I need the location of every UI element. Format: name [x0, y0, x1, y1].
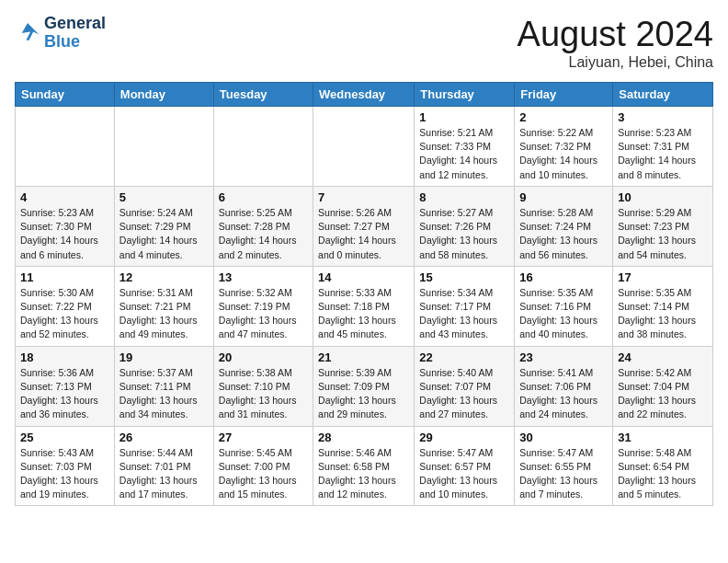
weekday-header-monday: Monday [114, 83, 213, 107]
day-number: 9 [519, 190, 608, 204]
day-number: 18 [20, 350, 109, 364]
day-info: Sunrise: 5:30 AMSunset: 7:22 PMDaylight:… [20, 286, 109, 342]
week-row-1: 1Sunrise: 5:21 AMSunset: 7:33 PMDaylight… [16, 107, 713, 187]
calendar-table: SundayMondayTuesdayWednesdayThursdayFrid… [15, 82, 713, 506]
weekday-header-saturday: Saturday [613, 83, 713, 107]
day-cell-23: 23Sunrise: 5:41 AMSunset: 7:06 PMDayligh… [515, 346, 613, 426]
day-cell-4: 4Sunrise: 5:23 AMSunset: 7:30 PMDaylight… [16, 186, 115, 266]
day-cell-29: 29Sunrise: 5:47 AMSunset: 6:57 PMDayligh… [415, 426, 515, 506]
day-cell-6: 6Sunrise: 5:25 AMSunset: 7:28 PMDaylight… [213, 186, 313, 266]
day-number: 30 [519, 431, 608, 444]
day-cell-5: 5Sunrise: 5:24 AMSunset: 7:29 PMDaylight… [114, 186, 213, 266]
title-area: August 2024 Laiyuan, Hebei, China [518, 15, 713, 71]
day-cell-1: 1Sunrise: 5:21 AMSunset: 7:33 PMDaylight… [415, 107, 515, 187]
day-info: Sunrise: 5:43 AMSunset: 7:03 PMDaylight:… [20, 446, 109, 502]
day-cell-empty-2 [213, 107, 313, 187]
day-cell-26: 26Sunrise: 5:44 AMSunset: 7:01 PMDayligh… [114, 426, 213, 506]
week-row-5: 25Sunrise: 5:43 AMSunset: 7:03 PMDayligh… [16, 426, 713, 506]
logo-icon [15, 20, 40, 46]
day-info: Sunrise: 5:42 AMSunset: 7:04 PMDaylight:… [618, 366, 708, 422]
day-info: Sunrise: 5:25 AMSunset: 7:28 PMDaylight:… [219, 206, 308, 262]
day-cell-14: 14Sunrise: 5:33 AMSunset: 7:18 PMDayligh… [313, 266, 415, 346]
day-number: 4 [20, 190, 109, 204]
day-info: Sunrise: 5:36 AMSunset: 7:13 PMDaylight:… [20, 366, 109, 422]
day-info: Sunrise: 5:46 AMSunset: 6:58 PMDaylight:… [318, 446, 409, 502]
logo-text: General Blue [44, 15, 106, 52]
day-cell-2: 2Sunrise: 5:22 AMSunset: 7:32 PMDaylight… [515, 107, 613, 187]
day-cell-22: 22Sunrise: 5:40 AMSunset: 7:07 PMDayligh… [415, 346, 515, 426]
weekday-header-sunday: Sunday [16, 83, 115, 107]
day-info: Sunrise: 5:45 AMSunset: 7:00 PMDaylight:… [219, 446, 308, 502]
day-info: Sunrise: 5:35 AMSunset: 7:14 PMDaylight:… [618, 286, 708, 342]
day-cell-12: 12Sunrise: 5:31 AMSunset: 7:21 PMDayligh… [114, 266, 213, 346]
day-number: 13 [219, 270, 308, 284]
day-number: 22 [419, 350, 509, 364]
day-number: 6 [219, 190, 308, 204]
day-number: 5 [119, 190, 209, 204]
day-number: 20 [219, 350, 308, 364]
day-number: 1 [419, 110, 509, 124]
day-number: 25 [20, 431, 109, 444]
day-cell-7: 7Sunrise: 5:26 AMSunset: 7:27 PMDaylight… [313, 186, 415, 266]
day-number: 7 [318, 190, 409, 204]
day-number: 21 [318, 350, 409, 364]
day-info: Sunrise: 5:35 AMSunset: 7:16 PMDaylight:… [519, 286, 608, 342]
day-cell-15: 15Sunrise: 5:34 AMSunset: 7:17 PMDayligh… [415, 266, 515, 346]
weekday-header-wednesday: Wednesday [313, 83, 415, 107]
day-number: 14 [318, 270, 409, 284]
weekday-header-friday: Friday [515, 83, 613, 107]
month-title: August 2024 [518, 15, 713, 54]
day-cell-31: 31Sunrise: 5:48 AMSunset: 6:54 PMDayligh… [613, 426, 713, 506]
day-cell-empty-0 [16, 107, 115, 187]
weekday-header-row: SundayMondayTuesdayWednesdayThursdayFrid… [16, 83, 713, 107]
page-header: General Blue August 2024 Laiyuan, Hebei,… [15, 15, 713, 71]
day-number: 23 [519, 350, 608, 364]
day-number: 17 [618, 270, 708, 284]
day-info: Sunrise: 5:28 AMSunset: 7:24 PMDaylight:… [519, 206, 608, 262]
day-info: Sunrise: 5:27 AMSunset: 7:26 PMDaylight:… [419, 206, 509, 262]
day-cell-13: 13Sunrise: 5:32 AMSunset: 7:19 PMDayligh… [213, 266, 313, 346]
day-number: 12 [119, 270, 209, 284]
day-info: Sunrise: 5:31 AMSunset: 7:21 PMDaylight:… [119, 286, 209, 342]
day-info: Sunrise: 5:47 AMSunset: 6:57 PMDaylight:… [419, 446, 509, 502]
day-info: Sunrise: 5:21 AMSunset: 7:33 PMDaylight:… [419, 126, 509, 182]
day-info: Sunrise: 5:38 AMSunset: 7:10 PMDaylight:… [219, 366, 308, 422]
day-number: 16 [519, 270, 608, 284]
day-cell-24: 24Sunrise: 5:42 AMSunset: 7:04 PMDayligh… [613, 346, 713, 426]
day-info: Sunrise: 5:47 AMSunset: 6:55 PMDaylight:… [519, 446, 608, 502]
week-row-4: 18Sunrise: 5:36 AMSunset: 7:13 PMDayligh… [16, 346, 713, 426]
day-info: Sunrise: 5:23 AMSunset: 7:31 PMDaylight:… [618, 126, 708, 182]
day-number: 15 [419, 270, 509, 284]
day-info: Sunrise: 5:33 AMSunset: 7:18 PMDaylight:… [318, 286, 409, 342]
day-info: Sunrise: 5:29 AMSunset: 7:23 PMDaylight:… [618, 206, 708, 262]
day-info: Sunrise: 5:40 AMSunset: 7:07 PMDaylight:… [419, 366, 509, 422]
day-cell-27: 27Sunrise: 5:45 AMSunset: 7:00 PMDayligh… [213, 426, 313, 506]
day-number: 29 [419, 431, 509, 444]
day-cell-20: 20Sunrise: 5:38 AMSunset: 7:10 PMDayligh… [213, 346, 313, 426]
day-info: Sunrise: 5:22 AMSunset: 7:32 PMDaylight:… [519, 126, 608, 182]
week-row-2: 4Sunrise: 5:23 AMSunset: 7:30 PMDaylight… [16, 186, 713, 266]
day-cell-18: 18Sunrise: 5:36 AMSunset: 7:13 PMDayligh… [16, 346, 115, 426]
day-info: Sunrise: 5:41 AMSunset: 7:06 PMDaylight:… [519, 366, 608, 422]
weekday-header-tuesday: Tuesday [213, 83, 313, 107]
day-cell-11: 11Sunrise: 5:30 AMSunset: 7:22 PMDayligh… [16, 266, 115, 346]
day-info: Sunrise: 5:24 AMSunset: 7:29 PMDaylight:… [119, 206, 209, 262]
day-info: Sunrise: 5:48 AMSunset: 6:54 PMDaylight:… [618, 446, 708, 502]
day-number: 28 [318, 431, 409, 444]
location: Laiyuan, Hebei, China [518, 54, 713, 71]
day-info: Sunrise: 5:26 AMSunset: 7:27 PMDaylight:… [318, 206, 409, 262]
day-info: Sunrise: 5:37 AMSunset: 7:11 PMDaylight:… [119, 366, 209, 422]
day-cell-19: 19Sunrise: 5:37 AMSunset: 7:11 PMDayligh… [114, 346, 213, 426]
day-cell-10: 10Sunrise: 5:29 AMSunset: 7:23 PMDayligh… [613, 186, 713, 266]
logo: General Blue [15, 15, 106, 52]
day-number: 19 [119, 350, 209, 364]
weekday-header-thursday: Thursday [415, 83, 515, 107]
day-number: 11 [20, 270, 109, 284]
day-number: 8 [419, 190, 509, 204]
day-number: 10 [618, 190, 708, 204]
day-cell-25: 25Sunrise: 5:43 AMSunset: 7:03 PMDayligh… [16, 426, 115, 506]
day-number: 26 [119, 431, 209, 444]
day-number: 31 [618, 431, 708, 444]
day-number: 2 [519, 110, 608, 124]
day-cell-empty-3 [313, 107, 415, 187]
